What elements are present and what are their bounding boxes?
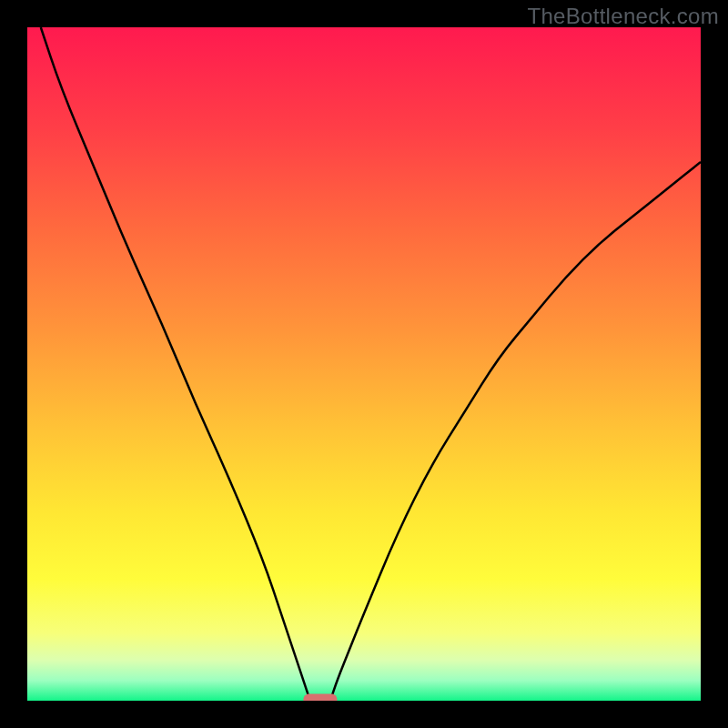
bottleneck-chart [27,27,701,701]
chart-frame: TheBottleneck.com [0,0,728,728]
chart-background [27,27,701,701]
bottleneck-marker [303,694,337,701]
watermark-text: TheBottleneck.com [527,4,719,29]
